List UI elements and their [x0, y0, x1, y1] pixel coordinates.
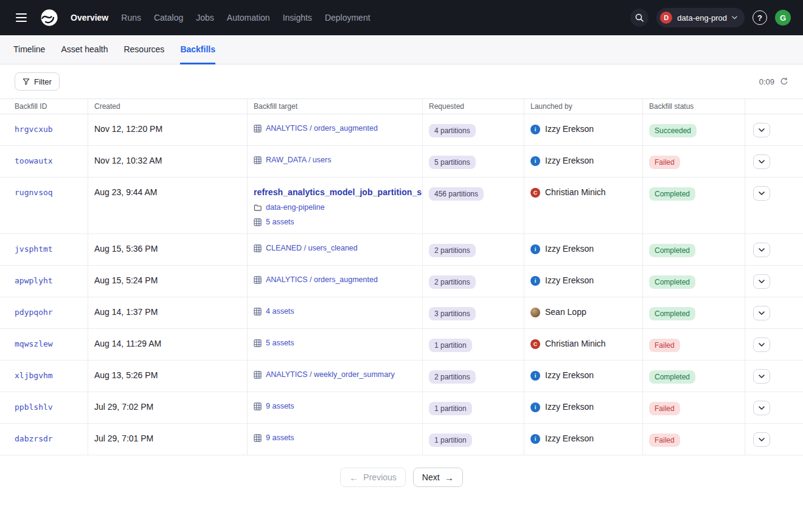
nav-item-deployment[interactable]: Deployment	[324, 9, 372, 26]
table-row: ppblshlvJul 29, 7:02 PM9 assets1 partiti…	[0, 392, 803, 424]
avatar-initial: i	[530, 402, 540, 412]
requested-cell: 2 partitions	[423, 266, 524, 297]
backfill-target-link[interactable]: 9 assets	[266, 402, 294, 410]
row-expand-button[interactable]	[753, 369, 770, 384]
backfill-id-link[interactable]: toowautx	[15, 156, 53, 165]
avatar-initial: i	[530, 434, 540, 444]
backfill-id-link[interactable]: ppblshlv	[15, 402, 53, 412]
chevron-down-icon	[759, 438, 765, 441]
backfill-target-job-link[interactable]: refresh_analytics_model_job_partition_se…	[254, 187, 416, 197]
launched-by-name: Christian Minich	[545, 339, 606, 348]
nav-item-jobs[interactable]: Jobs	[195, 9, 215, 26]
target-row: ANALYTICS / orders_augmented	[254, 124, 416, 133]
avatar-initial: i	[530, 156, 540, 166]
backfill-id-link[interactable]: pdypqohr	[15, 308, 53, 317]
target-row: 9 assets	[254, 402, 416, 410]
backfill-id-link[interactable]: rugnvsoq	[15, 188, 53, 197]
asset-table-icon	[254, 339, 262, 347]
target-row: ANALYTICS / weekly_order_summary	[254, 370, 416, 379]
actions-cell	[745, 361, 803, 392]
backfill-target-cell: 4 assets	[248, 297, 423, 328]
backfill-id-cell: ppblshlv	[0, 392, 88, 423]
backfill-id-link[interactable]: hrgvcxub	[15, 125, 53, 134]
created-cell: Aug 14, 1:37 PM	[88, 297, 248, 328]
nav-item-catalog[interactable]: Catalog	[153, 9, 184, 26]
tab-backfills[interactable]: Backfills	[180, 35, 215, 64]
backfill-target-link[interactable]: 9 assets	[266, 434, 294, 442]
row-expand-button[interactable]	[753, 243, 770, 257]
backfill-id-link[interactable]: mqwszlew	[15, 339, 53, 348]
user-avatar[interactable]: G	[775, 10, 791, 26]
backfill-id-cell: rugnvsoq	[0, 178, 88, 233]
backfill-target-link[interactable]: ANALYTICS / weekly_order_summary	[266, 370, 395, 379]
target-sub-link[interactable]: data-eng-pipeline	[266, 203, 325, 212]
previous-button[interactable]: ← Previous	[340, 468, 405, 487]
requested-cell: 1 partition	[423, 424, 524, 455]
chevron-down-icon	[759, 280, 765, 283]
dagster-logo[interactable]	[39, 7, 60, 28]
row-expand-button[interactable]	[753, 274, 770, 289]
column-header-requested: Requested	[423, 99, 524, 114]
row-expand-button[interactable]	[753, 186, 770, 201]
tab-timeline[interactable]: Timeline	[13, 35, 45, 64]
help-button[interactable]: ?	[753, 10, 767, 25]
row-expand-button[interactable]	[753, 337, 770, 352]
launched-by-name: Christian Minich	[545, 187, 606, 197]
row-expand-button[interactable]	[753, 306, 770, 320]
avatar-initial: i	[530, 276, 540, 286]
backfill-target-link[interactable]: CLEANED / users_cleaned	[266, 244, 358, 252]
backfill-target-link[interactable]: 4 assets	[266, 307, 294, 316]
menu-icon[interactable]	[12, 10, 30, 26]
requested-badge: 2 partitions	[429, 244, 476, 257]
nav-item-insights[interactable]: Insights	[282, 9, 313, 26]
backfill-target-link[interactable]: ANALYTICS / orders_augmented	[266, 124, 378, 133]
launched-by-cell: iIzzy Erekson	[524, 114, 643, 145]
column-header-backfill-id: Backfill ID	[0, 99, 88, 114]
launched-by-name: Izzy Erekson	[545, 124, 594, 134]
row-expand-button[interactable]	[753, 432, 770, 447]
refresh-icon[interactable]	[780, 77, 788, 86]
backfills-table: Backfill IDCreatedBackfill targetRequest…	[0, 98, 803, 455]
backfill-id-link[interactable]: apwplyht	[15, 276, 53, 285]
filter-label: Filter	[34, 77, 52, 86]
refresh-timer: 0:09	[759, 77, 788, 86]
backfill-target-link[interactable]: RAW_DATA / users	[266, 156, 331, 164]
tab-resources[interactable]: Resources	[123, 35, 164, 64]
next-label: Next	[422, 472, 440, 482]
launched-by-name: Izzy Erekson	[545, 434, 594, 443]
status-badge: Completed	[649, 244, 695, 257]
chevron-down-icon	[759, 248, 765, 252]
chevron-down-icon	[759, 311, 765, 315]
backfill-target-link[interactable]: 5 assets	[266, 339, 294, 347]
backfill-id-cell: mqwszlew	[0, 329, 88, 360]
nav-item-runs[interactable]: Runs	[120, 9, 142, 26]
created-cell: Nov 12, 10:32 AM	[88, 146, 248, 177]
launched-by-cell: iIzzy Erekson	[524, 234, 643, 265]
search-button[interactable]	[630, 9, 648, 27]
column-header-launched-by: Launched by	[524, 99, 643, 114]
tab-asset-health[interactable]: Asset health	[61, 35, 108, 64]
tab-bar: TimelineAsset healthResourcesBackfills	[0, 35, 803, 64]
requested-cell: 4 partitions	[423, 114, 524, 145]
deployment-selector[interactable]: D data-eng-prod	[656, 8, 745, 27]
row-expand-button[interactable]	[753, 401, 770, 415]
status-badge: Completed	[649, 275, 695, 289]
target-row: RAW_DATA / users	[254, 156, 416, 164]
pagination: ← Previous Next →	[0, 468, 803, 487]
backfill-id-link[interactable]: jvsphtmt	[15, 244, 53, 254]
backfill-id-link[interactable]: xljbgvhm	[15, 371, 53, 380]
asset-table-icon	[254, 218, 262, 226]
backfill-target-link[interactable]: ANALYTICS / orders_augmented	[266, 275, 378, 284]
next-button[interactable]: Next →	[413, 468, 463, 487]
row-expand-button[interactable]	[753, 154, 770, 169]
nav-item-automation[interactable]: Automation	[226, 9, 271, 26]
backfill-id-link[interactable]: dabzrsdr	[15, 434, 53, 443]
row-expand-button[interactable]	[753, 123, 770, 137]
target-sub-link[interactable]: 5 assets	[266, 218, 294, 226]
requested-cell: 3 partitions	[423, 297, 524, 328]
chevron-down-icon	[759, 160, 765, 164]
requested-cell: 456 partitions	[423, 178, 524, 233]
created-cell: Aug 23, 9:44 AM	[88, 178, 248, 233]
nav-item-overview[interactable]: Overview	[69, 9, 109, 26]
filter-button[interactable]: Filter	[15, 72, 60, 91]
